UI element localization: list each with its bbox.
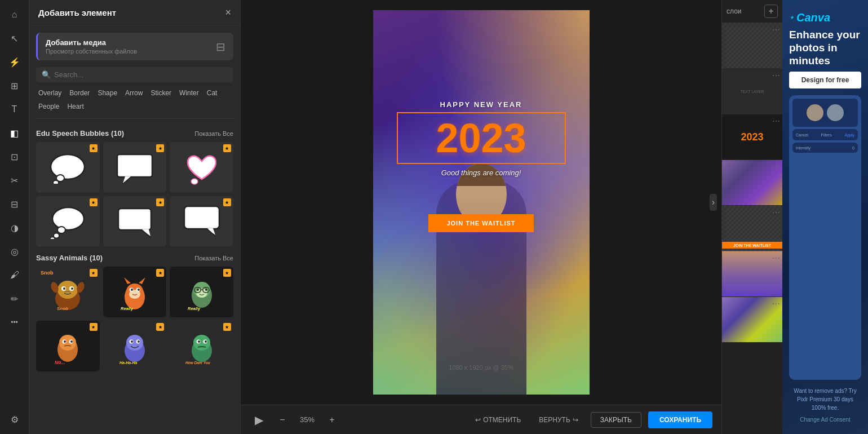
- adjust-tool[interactable]: ⊟: [5, 194, 25, 214]
- save-button[interactable]: СОХРАНИТЬ: [648, 411, 712, 428]
- premium-badge: ★: [223, 269, 231, 277]
- filter-sticker[interactable]: Sticker: [148, 88, 174, 98]
- change-consent-button[interactable]: Change Ad Consent: [789, 417, 861, 423]
- select-tool[interactable]: ↖: [5, 28, 25, 48]
- sassy-animals-show-all[interactable]: Показать Все: [194, 255, 233, 262]
- ad-panel: ✦ Canva Enhance your photos in minutes D…: [782, 0, 868, 434]
- add-layer-button[interactable]: +: [764, 5, 778, 18]
- svg-rect-12: [118, 209, 151, 230]
- layer-2023-preview: 2023: [741, 131, 763, 143]
- home-tool[interactable]: ⌂: [5, 5, 25, 25]
- svg-text:Ha-Ha-Ha: Ha-Ha-Ha: [119, 361, 138, 365]
- filter-border[interactable]: Border: [67, 88, 92, 98]
- sticker-glasses-animal[interactable]: ★ Really: [170, 267, 233, 317]
- layer-options-button[interactable]: ⋯: [772, 299, 780, 308]
- svg-text:Really: Really: [188, 306, 201, 311]
- layer-item-2023[interactable]: 2023 ⋯: [722, 114, 782, 160]
- canvas[interactable]: HAPPY NEW YEAR 2023 Good things are comi…: [373, 10, 590, 395]
- cut-tool[interactable]: ✂: [5, 170, 25, 191]
- sticker-cloud-bubble[interactable]: ★: [36, 142, 100, 193]
- image-icon: ⊟: [216, 40, 225, 54]
- filter-shape[interactable]: Shape: [95, 88, 119, 98]
- sticker-dare-animal[interactable]: ★ How Dare You: [170, 321, 233, 371]
- panel-title: Добавить элемент: [38, 8, 116, 17]
- layer-options-button[interactable]: ⋯: [772, 71, 780, 80]
- text-tool[interactable]: T: [5, 99, 25, 119]
- svg-text:No...: No...: [55, 360, 65, 365]
- filter-heart[interactable]: Heart: [65, 101, 86, 112]
- filters-label: Filters: [821, 133, 832, 137]
- filter-arrow[interactable]: Arrow: [123, 88, 145, 98]
- sticker-fox[interactable]: ★ Really: [103, 267, 167, 317]
- sticker-snob[interactable]: ★ Snob Snob: [36, 267, 100, 317]
- layers-header: слои +: [722, 0, 782, 23]
- canvas-container: HAPPY NEW YEAR 2023 Good things are comi…: [241, 0, 721, 405]
- play-button[interactable]: ▶: [250, 411, 268, 429]
- undo-button[interactable]: ↩ ОТМЕНИТЬ: [470, 413, 526, 427]
- layer-options-button[interactable]: ⋯: [772, 25, 780, 34]
- speech-bubbles-show-all[interactable]: Показать Все: [194, 130, 233, 137]
- circle-half-tool[interactable]: ◑: [5, 218, 25, 238]
- settings-tool[interactable]: ⚙: [5, 409, 25, 429]
- svg-marker-35: [139, 277, 145, 284]
- dare-animal-svg: How Dare You: [183, 326, 220, 366]
- apply-label: Apply: [844, 133, 854, 137]
- sticker-ha-animal[interactable]: ★ Ha-Ha-Ha: [103, 321, 167, 371]
- speech-right-svg: [182, 204, 222, 239]
- crop-tool[interactable]: ⊡: [5, 147, 25, 167]
- sticker-speech-right[interactable]: ★: [170, 196, 233, 247]
- layout-tool[interactable]: ⊞: [5, 76, 25, 96]
- close-panel-button[interactable]: ×: [225, 7, 231, 19]
- glasses-animal-svg: Really: [183, 272, 220, 312]
- collapse-panel-button[interactable]: ›: [710, 194, 717, 211]
- brush-tool[interactable]: 🖌: [5, 265, 25, 285]
- redo-button[interactable]: ВЕРНУТЬ ↪: [533, 413, 584, 427]
- svg-point-43: [197, 289, 199, 291]
- sticker-rect-bubble[interactable]: ★: [103, 142, 167, 193]
- overlay-tool[interactable]: ◧: [5, 123, 25, 143]
- main-area: HAPPY NEW YEAR 2023 Good things are comi…: [241, 0, 721, 434]
- sticker-heart-bubble[interactable]: ★: [170, 142, 233, 193]
- layer-options-button[interactable]: ⋯: [772, 117, 780, 126]
- search-input[interactable]: [54, 70, 228, 79]
- ad-cta-button[interactable]: Design for free: [789, 72, 861, 88]
- svg-text:Really: Really: [121, 306, 134, 311]
- filter-cat[interactable]: Cat: [205, 88, 220, 98]
- cta-container: JOIN THE WAITLIST: [397, 197, 566, 232]
- svg-point-33: [138, 289, 140, 291]
- layer-item[interactable]: ⋯: [722, 23, 782, 69]
- layer-list: ⋯ TEXT LAYER ⋯ 2023 ⋯ ⋯ JOIN THE WAITLIS…: [722, 23, 782, 434]
- add-media-button[interactable]: Добавить медиа Просмотр собственных файл…: [36, 33, 233, 60]
- premium-badge: ★: [223, 198, 231, 206]
- layer-item[interactable]: ⋯: [722, 160, 782, 206]
- svg-text:Snob: Snob: [57, 306, 68, 311]
- filter-overlay[interactable]: Overlay: [36, 88, 64, 98]
- ad-headline: Enhance your photos in minutes: [789, 29, 861, 67]
- year-box: 2023: [397, 112, 566, 164]
- layer-item-active[interactable]: JOIN THE WAITLIST ⋯: [722, 206, 782, 251]
- globe-tool[interactable]: ◎: [5, 241, 25, 262]
- layer-options-button[interactable]: ⋯: [772, 208, 780, 217]
- filter-winter[interactable]: Winter: [177, 88, 201, 98]
- layer-options-button[interactable]: ⋯: [772, 254, 780, 263]
- quick-tool[interactable]: ⚡: [5, 52, 25, 72]
- zoom-in-button[interactable]: +: [324, 412, 340, 428]
- cta-button[interactable]: JOIN THE WAITLIST: [428, 214, 533, 232]
- layer-item[interactable]: ⋯: [722, 251, 782, 297]
- layer-item[interactable]: TEXT LAYER ⋯: [722, 69, 782, 114]
- close-document-button[interactable]: ЗАКРЫТЬ: [591, 412, 641, 428]
- sticker-speech-left[interactable]: ★: [36, 196, 100, 247]
- add-media-subtitle: Просмотр собственных файлов: [46, 48, 137, 55]
- sticker-cloud-small[interactable]: ★: [103, 196, 167, 247]
- cloud-small-svg: [115, 204, 154, 239]
- layer-item[interactable]: ⋯: [722, 297, 782, 343]
- layer-options-button[interactable]: ⋯: [772, 162, 780, 171]
- more-tool[interactable]: •••: [5, 312, 25, 333]
- sticker-no-animal[interactable]: ★ No...: [36, 321, 100, 371]
- filter-people[interactable]: People: [36, 101, 61, 112]
- zoom-out-button[interactable]: −: [274, 412, 290, 428]
- canva-logo-container: ✦ Canva: [789, 11, 861, 24]
- preview-avatar-1: [807, 104, 823, 121]
- svg-point-51: [70, 340, 73, 343]
- pen-tool[interactable]: ✏: [5, 289, 25, 309]
